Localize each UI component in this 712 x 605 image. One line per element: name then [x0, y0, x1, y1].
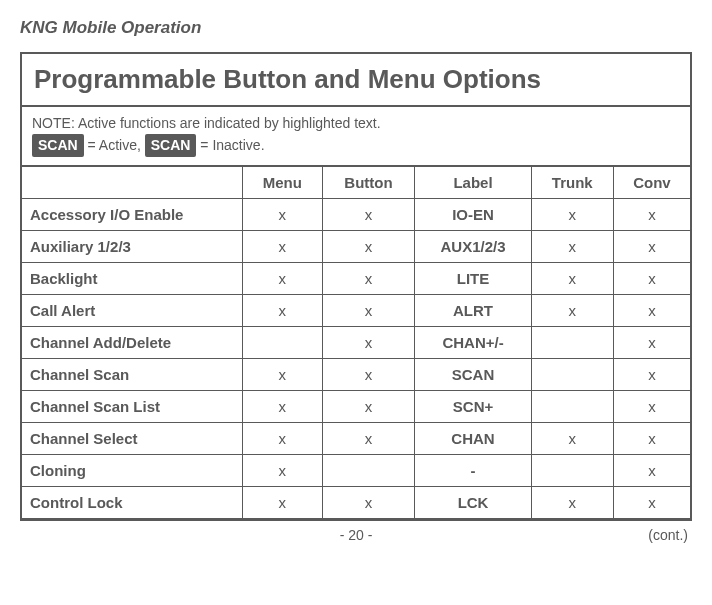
inactive-text: = Inactive.: [200, 137, 264, 153]
cell-button: x: [322, 231, 415, 263]
cell-label: LCK: [415, 487, 531, 519]
col-head-conv: Conv: [613, 167, 690, 199]
table-row: Cloningx-x: [22, 455, 690, 487]
cell-name: Channel Select: [22, 423, 242, 455]
table-row: Channel ScanxxSCANx: [22, 359, 690, 391]
cell-trunk: x: [531, 199, 613, 231]
cell-name: Cloning: [22, 455, 242, 487]
cell-button: x: [322, 391, 415, 423]
cell-button: x: [322, 487, 415, 519]
cell-label: LITE: [415, 263, 531, 295]
cell-conv: x: [613, 455, 690, 487]
page-number: - 20 -: [84, 527, 628, 543]
cell-menu: x: [242, 359, 322, 391]
cell-conv: x: [613, 295, 690, 327]
cell-menu: x: [242, 263, 322, 295]
cell-conv: x: [613, 231, 690, 263]
doc-header: KNG Mobile Operation: [20, 18, 692, 38]
cell-label: -: [415, 455, 531, 487]
note-prefix: NOTE: Active functions are indicated by …: [32, 115, 381, 131]
cell-name: Channel Scan List: [22, 391, 242, 423]
cell-name: Backlight: [22, 263, 242, 295]
cell-menu: x: [242, 487, 322, 519]
table-row: BacklightxxLITExx: [22, 263, 690, 295]
cell-menu: x: [242, 199, 322, 231]
col-head-trunk: Trunk: [531, 167, 613, 199]
cell-button: x: [322, 199, 415, 231]
cell-conv: x: [613, 199, 690, 231]
col-head-menu: Menu: [242, 167, 322, 199]
table-row: Channel SelectxxCHANxx: [22, 423, 690, 455]
active-tag: SCAN: [32, 134, 84, 157]
inactive-tag: SCAN: [145, 134, 197, 157]
cell-conv: x: [613, 391, 690, 423]
cell-trunk: [531, 327, 613, 359]
cell-name: Accessory I/O Enable: [22, 199, 242, 231]
footer-spacer: [24, 527, 84, 543]
cell-button: x: [322, 327, 415, 359]
cell-trunk: [531, 359, 613, 391]
note-row: NOTE: Active functions are indicated by …: [22, 107, 690, 167]
cell-button: x: [322, 263, 415, 295]
active-text: = Active,: [88, 137, 145, 153]
col-head-name: [22, 167, 242, 199]
cell-button: x: [322, 295, 415, 327]
cell-label: SCN+: [415, 391, 531, 423]
table-row: Call AlertxxALRTxx: [22, 295, 690, 327]
cell-name: Auxiliary 1/2/3: [22, 231, 242, 263]
cell-conv: x: [613, 359, 690, 391]
continuation-label: (cont.): [628, 527, 688, 543]
cell-trunk: x: [531, 263, 613, 295]
footer: - 20 - (cont.): [20, 527, 692, 543]
table-row: Accessory I/O EnablexxIO-ENxx: [22, 199, 690, 231]
options-box: Programmable Button and Menu Options NOT…: [20, 52, 692, 521]
cell-menu: x: [242, 295, 322, 327]
cell-label: ALRT: [415, 295, 531, 327]
cell-menu: x: [242, 455, 322, 487]
cell-label: SCAN: [415, 359, 531, 391]
cell-name: Channel Add/Delete: [22, 327, 242, 359]
cell-label: IO-EN: [415, 199, 531, 231]
cell-trunk: [531, 391, 613, 423]
table-row: Channel Add/DeletexCHAN+/-x: [22, 327, 690, 359]
cell-conv: x: [613, 423, 690, 455]
cell-conv: x: [613, 327, 690, 359]
cell-menu: [242, 327, 322, 359]
col-head-button: Button: [322, 167, 415, 199]
cell-menu: x: [242, 391, 322, 423]
cell-name: Call Alert: [22, 295, 242, 327]
cell-trunk: x: [531, 231, 613, 263]
cell-label: CHAN: [415, 423, 531, 455]
cell-name: Control Lock: [22, 487, 242, 519]
table-row: Auxiliary 1/2/3xxAUX1/2/3xx: [22, 231, 690, 263]
cell-label: CHAN+/-: [415, 327, 531, 359]
cell-menu: x: [242, 231, 322, 263]
table-header-row: Menu Button Label Trunk Conv: [22, 167, 690, 199]
col-head-label: Label: [415, 167, 531, 199]
cell-name: Channel Scan: [22, 359, 242, 391]
cell-label: AUX1/2/3: [415, 231, 531, 263]
table-row: Control LockxxLCKxx: [22, 487, 690, 519]
cell-button: [322, 455, 415, 487]
cell-conv: x: [613, 263, 690, 295]
cell-trunk: [531, 455, 613, 487]
cell-trunk: x: [531, 487, 613, 519]
cell-conv: x: [613, 487, 690, 519]
cell-trunk: x: [531, 423, 613, 455]
section-title: Programmable Button and Menu Options: [22, 54, 690, 107]
table-row: Channel Scan ListxxSCN+x: [22, 391, 690, 423]
cell-menu: x: [242, 423, 322, 455]
cell-button: x: [322, 359, 415, 391]
cell-trunk: x: [531, 295, 613, 327]
options-table: Menu Button Label Trunk Conv Accessory I…: [22, 167, 690, 519]
cell-button: x: [322, 423, 415, 455]
